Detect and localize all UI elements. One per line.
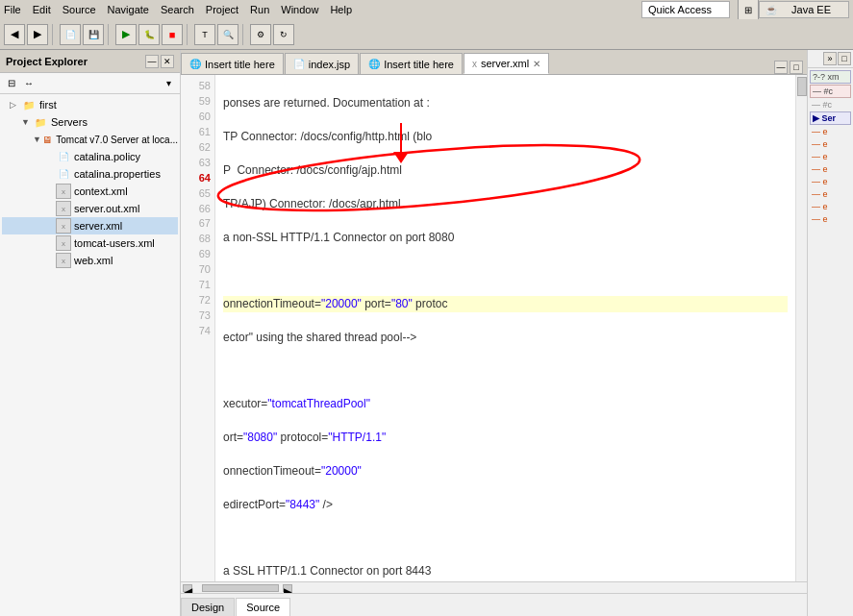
- tree-item-servers[interactable]: ▼ 📁 Servers: [2, 113, 178, 131]
- misc-btn1[interactable]: ⚙: [250, 24, 271, 45]
- code-line-62: a non-SSL HTTP/1.1 Connector on port 808…: [223, 230, 788, 246]
- menu-window[interactable]: Window: [281, 4, 318, 15]
- code-content[interactable]: ponses are returned. Documentation at : …: [215, 75, 795, 581]
- palette-item-e8[interactable]: — e: [810, 213, 851, 225]
- save-btn[interactable]: 💾: [83, 24, 104, 45]
- palette-item-e5[interactable]: — e: [810, 176, 851, 187]
- tab-icon-3: 🌐: [368, 59, 380, 69]
- tree-item-server-out-xml[interactable]: ▷ x server.out.xml: [2, 200, 178, 217]
- palette-item-e1[interactable]: — e: [810, 126, 851, 137]
- stop-btn[interactable]: ■: [162, 24, 183, 45]
- palette-item-e6[interactable]: — e: [810, 188, 851, 200]
- palette-item-c1[interactable]: — #c: [810, 85, 851, 98]
- horizontal-scrollbar[interactable]: ◀ ▶: [181, 581, 807, 593]
- perspectives-btn[interactable]: ⊞: [738, 0, 759, 20]
- code-line-72: a SSL HTTP/1.1 Connector on port 8443: [223, 563, 788, 579]
- run-btn[interactable]: ▶: [115, 24, 137, 45]
- scrollbar-thumb[interactable]: [797, 77, 807, 96]
- line-numbers: 58 59 60 61 62 63 64 65 66 67 68 69 70 7…: [181, 75, 215, 581]
- tab-server-xml[interactable]: x server.xml ✕: [464, 53, 549, 74]
- code-line-63: [223, 262, 788, 279]
- tree-item-context-xml[interactable]: ▷ x context.xml: [2, 183, 178, 200]
- java-ee-btn[interactable]: ☕ Java EE: [759, 1, 849, 18]
- tree-label-tomcat-users-xml: tomcat-users.xml: [74, 237, 155, 249]
- back-btn[interactable]: ◀: [4, 24, 25, 45]
- debug-btn[interactable]: 🐛: [138, 24, 160, 45]
- arrow-first: ▷: [10, 100, 21, 110]
- right-panel-chevron[interactable]: »: [823, 52, 837, 65]
- tab-index-jsp[interactable]: 📄 index.jsp: [285, 53, 359, 74]
- tree-item-web-xml[interactable]: ▷ x web.xml: [2, 252, 178, 269]
- menu-navigate[interactable]: Navigate: [108, 4, 149, 15]
- menu-search[interactable]: Search: [161, 4, 194, 15]
- h-scroll-right[interactable]: ▶: [283, 584, 292, 592]
- palette-item-xm[interactable]: ?-? xm: [810, 70, 851, 84]
- forward-btn[interactable]: ▶: [27, 24, 48, 45]
- palette-item-e3[interactable]: — e: [810, 151, 851, 162]
- sep2: [108, 24, 112, 45]
- menu-run[interactable]: Run: [250, 4, 269, 15]
- source-tab[interactable]: Source: [236, 598, 290, 616]
- tab-label-3: Insert title here: [384, 59, 454, 70]
- link-editor-btn[interactable]: ↔: [21, 76, 37, 91]
- code-line-58: ponses are returned. Documentation at :: [223, 95, 788, 111]
- tab-close-4[interactable]: ✕: [533, 59, 540, 69]
- folder-icon-servers: 📁: [33, 114, 48, 130]
- design-tab[interactable]: Design: [181, 598, 235, 616]
- tab-icon-2: 📄: [293, 59, 305, 69]
- misc-btn2[interactable]: ↻: [273, 24, 294, 45]
- editor-max-btn[interactable]: □: [790, 61, 803, 74]
- tree-label-catalina-policy: catalina.policy: [74, 151, 140, 162]
- main-toolbar: ◀ ▶ 📄 💾 ▶ 🐛 ■ T 🔍 ⚙ ↻: [0, 19, 853, 49]
- menu-project[interactable]: Project: [206, 4, 238, 15]
- right-panel-maximize[interactable]: □: [838, 52, 851, 65]
- sidebar-minimize-btn[interactable]: —: [145, 55, 159, 68]
- tab-label-2: index.jsp: [309, 59, 350, 70]
- palette-item-c2: — #c: [810, 99, 851, 111]
- right-panel: » □ ?-? xm — #c — #c ▶ Ser — e — e — e —…: [807, 50, 853, 616]
- xml-icon-server: x: [56, 218, 71, 234]
- code-line-66: [223, 363, 788, 380]
- h-scroll-thumb[interactable]: [202, 584, 279, 592]
- main-layout: Project Explorer — ✕ ⊟ ↔ ▾ ▷ 📁 first ▼ �: [0, 50, 853, 616]
- menu-source[interactable]: Source: [63, 4, 96, 15]
- sidebar-menu-btn[interactable]: ▾: [161, 76, 176, 91]
- h-scroll-left[interactable]: ◀: [183, 584, 192, 592]
- project-tree: ▷ 📁 first ▼ 📁 Servers ▼ 🖥 Tomcat v7.0 Se…: [0, 94, 180, 616]
- menu-file[interactable]: File: [4, 4, 21, 15]
- vertical-scrollbar[interactable]: [795, 75, 807, 581]
- right-panel-items: ?-? xm — #c — #c ▶ Ser — e — e — e — e —…: [808, 68, 853, 227]
- tree-label-servers: Servers: [51, 116, 88, 128]
- collapse-all-btn[interactable]: ⊟: [4, 76, 19, 91]
- palette-item-e4[interactable]: — e: [810, 163, 851, 175]
- palette-item-e7[interactable]: — e: [810, 201, 851, 212]
- xml-icon-web: x: [56, 253, 71, 268]
- tree-label-context-xml: context.xml: [74, 185, 128, 197]
- palette-item-ser[interactable]: ▶ Ser: [810, 111, 851, 125]
- new-btn[interactable]: 📄: [60, 24, 81, 45]
- palette-item-e2[interactable]: — e: [810, 138, 851, 150]
- search-btn[interactable]: 🔍: [217, 24, 238, 45]
- menu-edit[interactable]: Edit: [33, 4, 51, 15]
- tree-item-catalina-policy[interactable]: ▷ 📄 catalina.policy: [2, 148, 178, 165]
- quick-access-box[interactable]: Quick Access: [641, 1, 730, 18]
- code-line-65: ector" using the shared thread pool-->: [223, 330, 788, 346]
- code-line-60: P Connector: /docs/config/ajp.html: [223, 162, 788, 179]
- tree-item-tomcat[interactable]: ▼ 🖥 Tomcat v7.0 Server at loca...: [2, 131, 178, 148]
- tab-label-1: Insert title here: [205, 59, 275, 70]
- open-type-btn[interactable]: T: [194, 24, 215, 45]
- tree-item-server-xml[interactable]: ▷ x server.xml: [2, 217, 178, 234]
- sep3: [187, 24, 190, 45]
- tab-insert-title-1[interactable]: 🌐 Insert title here: [181, 53, 284, 74]
- menu-help[interactable]: Help: [330, 4, 352, 15]
- tab-insert-title-2[interactable]: 🌐 Insert title here: [360, 53, 463, 74]
- sidebar-header: Project Explorer — ✕: [0, 50, 180, 73]
- tab-icon-1: 🌐: [189, 59, 201, 69]
- sep1: [52, 24, 56, 45]
- editor-min-btn[interactable]: —: [774, 61, 788, 74]
- editor-tab-bar: 🌐 Insert title here 📄 index.jsp 🌐 Insert…: [181, 50, 807, 75]
- tree-item-first[interactable]: ▷ 📁 first: [2, 96, 178, 113]
- tree-item-catalina-props[interactable]: ▷ 📄 catalina.properties: [2, 165, 178, 183]
- tree-item-tomcat-users-xml[interactable]: ▷ x tomcat-users.xml: [2, 234, 178, 252]
- sidebar-close-btn[interactable]: ✕: [161, 55, 174, 68]
